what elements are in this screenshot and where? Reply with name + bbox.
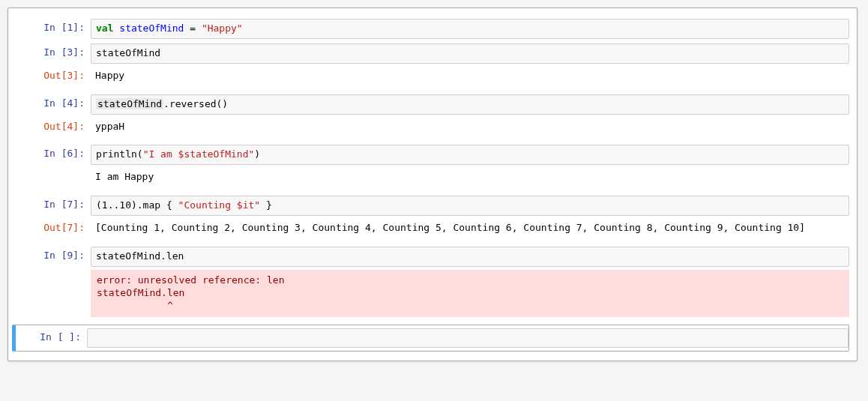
code-input[interactable]: stateOfMind.len (91, 247, 849, 267)
code-token-identifier: stateOfMind (119, 22, 184, 34)
code-cell: In [4]: stateOfMind.reversed() Out[4]: y… (16, 93, 849, 138)
code-token: .reversed() (163, 98, 228, 109)
output-prompt: Out[7]: (16, 219, 91, 236)
code-cell: In [7]: (1..10).map { "Counting $it" } O… (16, 194, 849, 239)
input-prompt: In [1]: (16, 19, 91, 36)
input-prompt: In [ ]: (16, 328, 87, 346)
code-token-string: "Happy" (202, 22, 243, 34)
code-token: println( (96, 148, 143, 160)
code-cell: In [9]: stateOfMind.len error: unresolve… (16, 245, 849, 319)
code-token-highlight: stateOfMind (96, 98, 163, 109)
code-input[interactable]: stateOfMind.reversed() (91, 94, 849, 115)
code-cell-selected[interactable]: In [ ]: (12, 325, 849, 352)
code-token: ) (254, 148, 260, 160)
input-prompt: In [7]: (16, 196, 91, 213)
code-cell: In [1]: val stateOfMind = "Happy" (16, 17, 849, 40)
code-token-keyword: val (96, 22, 119, 34)
code-token: } (260, 199, 272, 211)
code-token: = (184, 22, 201, 34)
input-prompt: In [9]: (16, 247, 91, 264)
code-cell: In [6]: println("I am $stateOfMind") I a… (16, 143, 849, 188)
code-token: stateOfMind.len (96, 250, 184, 262)
output-prompt: Out[4]: (16, 118, 91, 135)
output-text: [Counting 1, Counting 2, Counting 3, Cou… (91, 219, 849, 238)
code-input[interactable]: stateOfMind (91, 43, 849, 64)
code-token-string: "Counting $it" (178, 199, 261, 211)
code-input[interactable]: (1..10).map { "Counting $it" } (91, 196, 849, 216)
input-prompt: In [3]: (16, 43, 91, 61)
output-text: yppaH (91, 118, 849, 136)
notebook: In [1]: val stateOfMind = "Happy" In [3]… (7, 7, 858, 361)
code-input[interactable] (87, 328, 849, 349)
error-output: error: unresolved reference: len stateOf… (91, 270, 849, 317)
output-prompt-empty (16, 270, 91, 276)
stdout-text: I am Happy (91, 168, 849, 187)
input-prompt: In [6]: (16, 145, 91, 162)
code-input[interactable]: println("I am $stateOfMind") (91, 145, 849, 165)
output-prompt: Out[3]: (16, 67, 91, 84)
code-input[interactable]: val stateOfMind = "Happy" (91, 19, 849, 39)
output-text: Happy (91, 67, 849, 85)
code-token: (1..10).map { (96, 199, 178, 211)
code-token: stateOfMind (96, 47, 160, 58)
code-token-string: "I am $stateOfMind" (143, 148, 255, 160)
output-prompt-empty (16, 168, 91, 174)
input-prompt: In [4]: (16, 94, 91, 112)
code-cell: In [3]: stateOfMind Out[3]: Happy (16, 42, 849, 87)
